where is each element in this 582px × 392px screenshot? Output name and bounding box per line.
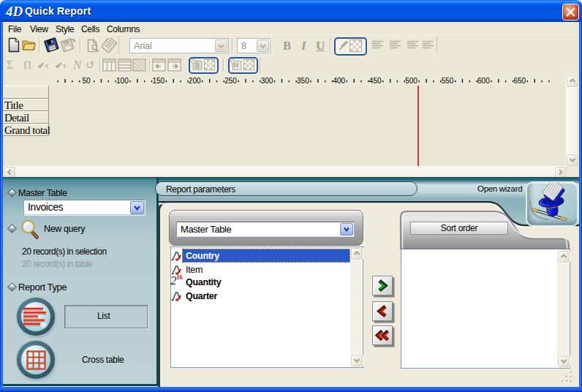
svg-text:600: 600 bbox=[477, 77, 490, 85]
svg-text:100: 100 bbox=[116, 77, 129, 85]
svg-text:350: 350 bbox=[297, 77, 309, 85]
svg-text:650: 650 bbox=[513, 77, 526, 85]
svg-text:250: 250 bbox=[224, 77, 237, 85]
svg-text:400: 400 bbox=[333, 77, 345, 85]
svg-text:200: 200 bbox=[189, 77, 201, 85]
svg-text:450: 450 bbox=[369, 77, 382, 85]
svg-text:50: 50 bbox=[82, 77, 91, 85]
svg-text:300: 300 bbox=[261, 77, 273, 85]
svg-text:500: 500 bbox=[405, 77, 417, 85]
svg-text:150: 150 bbox=[152, 77, 165, 85]
svg-text:550: 550 bbox=[442, 77, 454, 85]
